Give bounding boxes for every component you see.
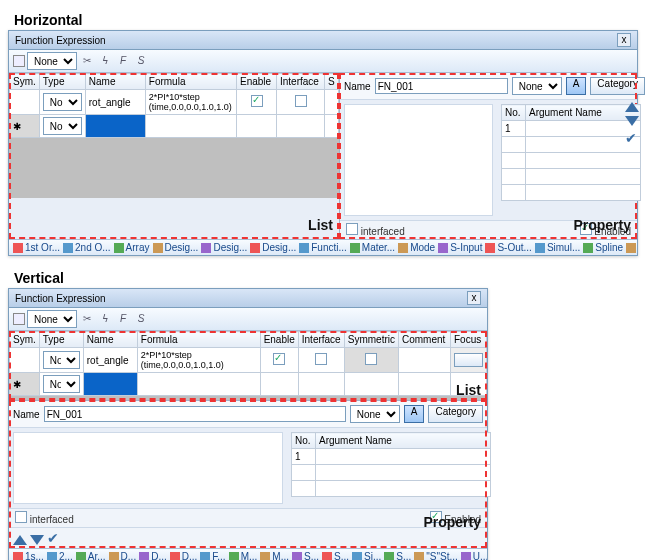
row-symmetric-checkbox[interactable] [365,353,377,365]
tab-item[interactable]: Desig... [250,242,296,253]
confirm-icon[interactable]: ✔ [625,130,639,146]
tab-item[interactable]: D... [170,551,198,560]
args-name[interactable] [526,121,641,137]
col-focus: Focus [451,332,487,348]
close-icon[interactable]: x [467,291,481,305]
row-comment[interactable] [399,348,451,373]
row-type-select[interactable]: None [43,93,82,111]
tab-item[interactable]: Desig... [201,242,247,253]
tab-item[interactable]: D... [109,551,137,560]
row-enable-checkbox[interactable] [251,95,263,107]
toolbar-fx-icon[interactable]: ϟ [97,53,113,69]
tab-item[interactable]: 2nd O... [63,242,111,253]
row-name-selected[interactable] [83,373,137,396]
toolbar-type-select[interactable]: None [27,52,77,70]
tab-item[interactable]: "S"String [626,242,637,253]
row-interface-checkbox[interactable] [295,95,307,107]
name-field[interactable] [375,78,508,94]
row-interface-checkbox[interactable] [315,353,327,365]
tab-item[interactable]: Simul... [535,242,580,253]
tab-item[interactable]: Mode [398,242,435,253]
tab-icon [139,552,149,561]
table-row[interactable]: None rot_angle 2*PI*10*step (time,0.0,0.… [10,90,339,115]
a-button[interactable]: A [404,405,425,423]
toolbar-f-icon[interactable]: F [115,53,131,69]
move-up-icon[interactable] [625,102,639,112]
focus-button[interactable] [454,353,483,367]
row-type-select[interactable]: None [43,351,80,369]
name-field[interactable] [44,406,346,422]
tab-item[interactable]: S... [292,551,319,560]
tab-item[interactable]: S-Out... [485,242,531,253]
row-enable-checkbox[interactable] [273,353,285,365]
move-down-icon[interactable] [625,116,639,126]
prop-type-select[interactable]: None [350,405,400,423]
close-icon[interactable]: x [617,33,631,47]
tab-item[interactable]: Desig... [153,242,199,253]
arguments-table[interactable]: No. Argument Name 1 [291,432,491,497]
category-button[interactable]: Category [590,77,645,95]
confirm-icon[interactable]: ✔ [47,530,59,546]
toolbar-cut-icon[interactable]: ✂ [79,311,95,327]
move-up-icon[interactable] [13,535,27,545]
category-button[interactable]: Category [428,405,483,423]
tab-item[interactable]: Spline [583,242,623,253]
tab-item[interactable]: "S"St... [414,551,458,560]
table-row[interactable]: None rot_angle 2*PI*10*step (time,0.0,0.… [10,348,487,373]
list-table[interactable]: Sym. Type Name Formula Enable Interface … [9,331,487,396]
row-formula[interactable]: 2*PI*10*step (time,0.0,0.0,1.0,1.0) [137,348,260,373]
toolbar-fx-icon[interactable]: ϟ [97,311,113,327]
toolbar-s-icon[interactable]: S [133,311,149,327]
move-down-icon[interactable] [30,535,44,545]
doc-icon[interactable] [13,313,25,325]
tab-item[interactable]: Si... [352,551,381,560]
col-s: S [325,74,339,90]
panel-titlebar: Function Expression x [9,31,637,50]
toolbar-f-icon[interactable]: F [115,311,131,327]
tab-item[interactable]: S... [322,551,349,560]
row-type-select[interactable]: None [43,375,80,393]
tab-item[interactable]: S... [384,551,411,560]
layout-label-horizontal: Horizontal [14,12,642,28]
table-row[interactable]: ✱ None [10,373,487,396]
args-name[interactable] [316,449,491,465]
tab-item[interactable]: Array [114,242,150,253]
interfaced-checkbox[interactable]: interfaced [346,223,405,237]
tab-item[interactable]: 1s... [13,551,44,560]
row-name[interactable]: rot_angle [83,348,137,373]
toolbar-cut-icon[interactable]: ✂ [79,53,95,69]
tab-icon [292,552,302,561]
tab-item[interactable]: Ar... [76,551,106,560]
expression-textarea[interactable] [13,432,283,504]
args-row[interactable]: 1 [502,121,641,137]
row-name[interactable]: rot_angle [85,90,145,115]
tab-item[interactable]: Mater... [350,242,395,253]
doc-icon[interactable] [13,55,25,67]
interfaced-checkbox[interactable]: interfaced [15,511,74,525]
args-row[interactable]: 1 [292,449,491,465]
tab-item[interactable]: F... [200,551,225,560]
arguments-table[interactable]: No. Argument Name 1 [501,104,641,201]
tab-item[interactable]: S-Input [438,242,482,253]
name-label: Name [13,409,40,420]
prop-type-select[interactable]: None [512,77,562,95]
list-table[interactable]: Sym. Type Name Formula Enable Interface … [9,73,339,138]
a-button[interactable]: A [566,77,587,95]
panel-titlebar: Function Expression x [9,289,487,308]
tab-item[interactable]: 2... [47,551,73,560]
tab-item[interactable]: U... [461,551,487,560]
tab-icon [76,552,86,561]
toolbar-type-select[interactable]: None [27,310,77,328]
tab-item[interactable]: D... [139,551,167,560]
row-name-selected[interactable] [85,115,145,138]
row-formula[interactable]: 2*PI*10*step (time,0.0,0.0,1.0,1.0) [145,90,236,115]
table-row[interactable]: ✱ None [10,115,339,138]
pane-tag-property: Property [423,514,481,530]
tab-item[interactable]: M... [260,551,289,560]
toolbar-s-icon[interactable]: S [133,53,149,69]
expression-textarea[interactable] [344,104,493,216]
row-type-select[interactable]: None [43,117,82,135]
tab-item[interactable]: 1st Or... [13,242,60,253]
tab-item[interactable]: M... [229,551,258,560]
tab-item[interactable]: Functi... [299,242,347,253]
